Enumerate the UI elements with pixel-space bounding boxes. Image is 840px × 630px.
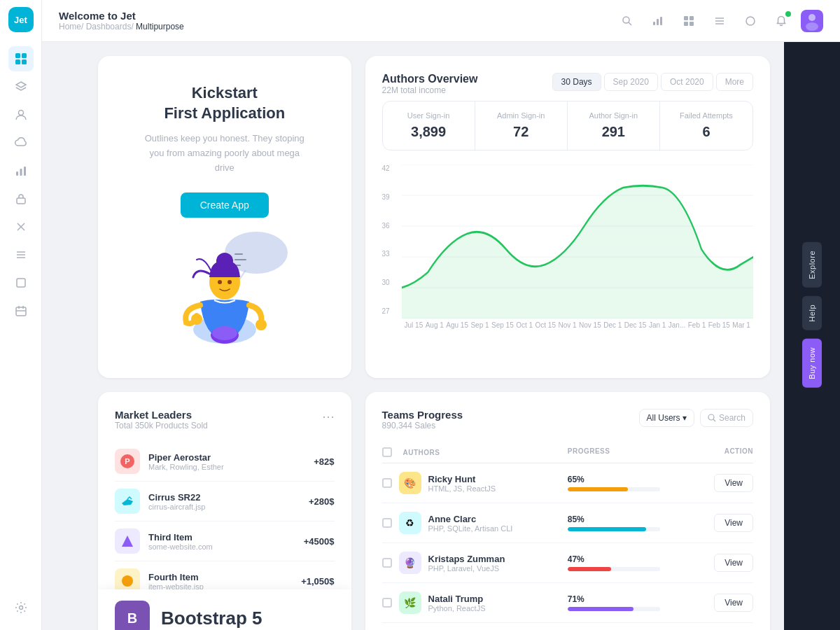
market-card-header: Market Leaders Total 350k Products Sold … [115,409,335,430]
logo[interactable]: Jet [8,7,34,32]
help-button[interactable]: Help [802,296,822,330]
avatar[interactable] [801,10,823,32]
team-info-0: Ricky Hunt HTML, JS, ReactJS [428,474,496,493]
view-button-1[interactable]: View [714,514,753,532]
sidebar-item-lock[interactable] [8,186,34,211]
main-content: Kickstart First Application Outlines kee… [84,42,784,630]
col-authors: AUTHORS [382,447,568,457]
sidebar-item-list[interactable] [8,242,34,267]
team-author-1: ♻ Anne Clarc PHP, SQLite, Artisan CLI [382,512,568,534]
top-grid: Kickstart First Application Outlines kee… [98,56,770,378]
grid-icon[interactable] [678,10,700,32]
sidebar-item-layers[interactable] [8,74,34,99]
tab-oct2020[interactable]: Oct 2020 [661,73,713,91]
svg-rect-24 [660,17,662,25]
sidebar-item-chart[interactable] [8,158,34,183]
action-cell-3: View [660,594,753,612]
team-row-3: 🌿 Natali Trump Python, ReactJS 71% View [382,583,753,623]
teams-search[interactable]: Search [700,409,753,427]
progress-bar-bg-3 [568,607,661,611]
create-app-button[interactable]: Create App [181,192,269,218]
market-logo-1 [115,489,140,514]
svg-marker-56 [122,536,133,547]
person-illustration [155,225,295,351]
bootstrap-icon: B [115,601,150,630]
stat-admin-signin-label: Admin Sign-in [486,111,556,120]
svg-rect-25 [684,16,688,20]
svg-line-21 [629,22,631,25]
progress-cell-0: 65% [568,475,661,491]
row-checkbox-3[interactable] [382,598,392,608]
svg-point-33 [806,22,818,31]
team-author-0: 🎨 Ricky Hunt HTML, JS, ReactJS [382,472,568,494]
svg-point-45 [227,280,232,284]
row-checkbox-0[interactable] [382,478,392,488]
topnav: Welcome to Jet Home/ Dashboards/ Multipu… [42,0,840,42]
bootstrap-text: Bootstrap 5 [161,608,262,629]
stats-icon[interactable] [647,10,669,32]
sidebar-item-grid[interactable] [8,46,34,71]
tab-more[interactable]: More [716,73,753,91]
theme-toggle-icon[interactable] [739,10,762,32]
sidebar-item-user[interactable] [8,102,34,127]
sidebar-settings-icon[interactable] [8,595,34,620]
progress-cell-1: 85% [568,514,661,531]
market-subtitle: Total 350k Products Sold [115,421,208,430]
kickstart-title: Kickstart First Application [164,83,285,123]
topnav-title: Welcome to Jet Home/ Dashboards/ Multipu… [59,10,616,31]
sidebar-item-cloud[interactable] [8,130,34,155]
menu-icon[interactable] [708,10,731,32]
tab-30days[interactable]: 30 Days [552,73,601,91]
progress-bar-fill-3 [568,607,634,611]
all-users-select[interactable]: All Users ▾ [639,409,694,427]
chart-x-axis: Jul 15 Aug 1 Agu 15 Sep 1 Sep 15 Oct 1 O… [402,321,753,329]
market-item-2: Third Item some-website.com +4500$ [115,522,335,561]
svg-point-4 [18,111,23,115]
row-checkbox-1[interactable] [382,518,392,528]
buy-now-button[interactable]: Buy now [802,339,822,388]
col-progress: PROGRESS [568,447,661,457]
bootstrap-overlay: B Bootstrap 5 [98,589,351,630]
stat-user-signin-label: User Sign-in [394,111,463,120]
svg-point-44 [218,280,222,284]
progress-bar-bg-2 [568,567,661,571]
row-checkbox-2[interactable] [382,558,392,568]
market-options-icon[interactable]: ⋯ [322,409,335,424]
search-icon[interactable] [616,10,638,32]
svg-rect-2 [15,59,20,64]
chart-y-axis: 42 39 36 33 30 27 [382,164,390,315]
teams-subtitle: 890,344 Sales [382,421,463,430]
sidebar-item-calendar[interactable] [8,298,34,323]
team-author-3: 🌿 Natali Trump Python, ReactJS [382,592,568,614]
authors-overview-subtitle: 22M total income [382,85,478,95]
sidebar-item-close[interactable] [8,214,34,239]
view-button-3[interactable]: View [714,594,753,612]
view-button-2[interactable]: View [714,554,753,572]
svg-line-59 [713,419,715,421]
tab-sep2020[interactable]: Sep 2020 [604,73,658,91]
breadcrumb-current: Multipurpose [136,22,184,31]
kickstart-card: Kickstart First Application Outlines kee… [98,56,351,378]
notification-icon[interactable] [770,10,792,32]
select-all-checkbox[interactable] [382,447,392,457]
svg-rect-6 [20,169,22,176]
authors-overview-card: Authors Overview 22M total income 30 Day… [365,56,770,378]
svg-rect-27 [684,22,688,26]
svg-rect-14 [17,279,25,287]
authors-overview-title: Authors Overview [382,73,478,85]
sidebar-item-box[interactable] [8,270,34,295]
team-info-1: Anne Clarc PHP, SQLite, Artisan CLI [428,514,513,533]
svg-point-41 [255,319,267,330]
teams-header-title: Teams Progress 890,344 Sales [382,409,463,430]
page-title: Welcome to Jet [59,10,616,22]
explore-button[interactable]: Explore [802,242,822,288]
team-row-0: 🎨 Ricky Hunt HTML, JS, ReactJS 65% View [382,463,753,503]
view-button-0[interactable]: View [714,474,753,492]
right-panel: Explore Help Buy now [784,0,840,630]
stats-row: User Sign-in 3,899 Admin Sign-in 72 Auth… [382,101,753,150]
action-cell-1: View [660,514,753,532]
breadcrumb: Home/ Dashboards/ Multipurpose [59,22,616,31]
svg-rect-8 [17,198,25,204]
team-avatar-3: 🌿 [399,592,421,614]
svg-rect-22 [653,22,655,25]
